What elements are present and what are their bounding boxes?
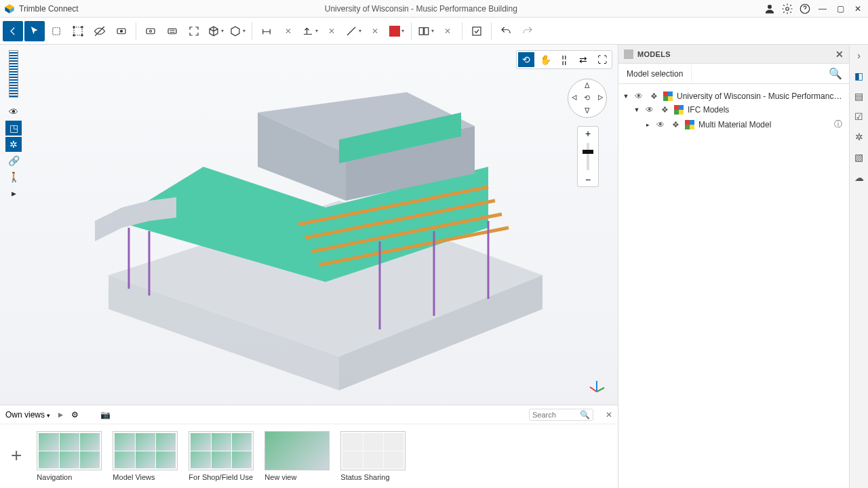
side-tab-strip: › ◧ ▤ ☑ ✲ ▧ ☁	[849, 45, 868, 488]
person-icon[interactable]: 🚶	[5, 169, 22, 184]
sidetab-checklist-icon[interactable]: ☑	[852, 110, 866, 123]
todo-tool[interactable]	[467, 21, 487, 41]
svg-rect-15	[146, 28, 155, 34]
render-style-dropdown[interactable]	[205, 21, 226, 41]
eye-icon[interactable]: 👁	[633, 92, 644, 101]
view-card-navigation[interactable]: Navigation	[37, 431, 102, 481]
measure-clear[interactable]: ✕	[278, 21, 298, 41]
view-card-label: Model Views	[113, 473, 178, 481]
model-icon	[674, 105, 684, 115]
svg-line-43	[597, 388, 604, 392]
orbit-up-icon[interactable]: ᐃ	[585, 81, 590, 90]
pointer-tool[interactable]	[24, 21, 45, 41]
tree-toggle-icon[interactable]: ▼	[633, 106, 640, 113]
clip-plane-dropdown[interactable]	[300, 21, 320, 41]
clip-plane-clear[interactable]: ✕	[321, 21, 342, 41]
markup-clear[interactable]: ✕	[365, 21, 385, 41]
search-icon[interactable]: 🔍	[580, 410, 590, 420]
tab-model-selection[interactable]: Model selection	[618, 65, 692, 83]
info-icon[interactable]: ⓘ	[834, 119, 845, 130]
box-icon[interactable]: ◳	[5, 121, 22, 136]
zoom-in-button[interactable]: +	[578, 127, 598, 140]
ghost-dropdown[interactable]	[227, 21, 248, 41]
tree-toggle-icon[interactable]: ▸	[644, 121, 651, 128]
layers-icon[interactable]: ❖	[670, 120, 681, 129]
tree-item[interactable]: ▸ 👁 ❖ Multi Material Model ⓘ	[621, 117, 846, 132]
visibility-icon[interactable]: 👁	[5, 104, 22, 119]
tree-toggle-icon[interactable]: ▼	[623, 93, 629, 100]
orbit-center-icon[interactable]: ⟲	[584, 94, 590, 102]
view-card-new-view[interactable]: New view	[264, 431, 330, 481]
orbit-right-icon[interactable]: ᐅ	[597, 94, 603, 102]
hide-tool[interactable]	[90, 21, 110, 41]
snapshot-icon[interactable]: 📷	[100, 410, 111, 420]
3d-viewport[interactable]: 👁 ◳ ✲ 🔗 🚶 ▸ ⟲ ✋ ¦¦ ⇄ ⛶ ᐃ ᐊ⟲ᐅ ᐁ +	[0, 45, 618, 405]
orbit-left-icon[interactable]: ᐊ	[572, 94, 577, 102]
box-select-tool[interactable]	[46, 21, 66, 41]
orbit-widget[interactable]: ᐃ ᐊ⟲ᐅ ᐁ	[568, 79, 607, 118]
compare-clear[interactable]: ✕	[437, 21, 458, 41]
views-close-icon[interactable]: ✕	[606, 410, 612, 420]
transparency-slider[interactable]	[9, 50, 18, 98]
zoom-slider[interactable]	[587, 143, 589, 170]
view-card-model-views[interactable]: Model Views	[113, 431, 178, 481]
pan-mode[interactable]: ✋	[537, 52, 553, 67]
walk-mode[interactable]: ¦¦	[556, 52, 572, 67]
look-around-mode[interactable]: ⇄	[575, 52, 591, 67]
sidetab-models-icon[interactable]: ◧	[852, 69, 866, 83]
sidetab-settings-icon[interactable]: ✲	[852, 130, 866, 144]
maximize-icon[interactable]: ▢	[834, 3, 846, 15]
views-bar: Own views ► ⚙ 📷 🔍 ✕ + Navigation	[0, 405, 618, 488]
settings-icon[interactable]	[781, 3, 793, 15]
markup-line-dropdown[interactable]	[343, 21, 363, 41]
color-swatch-dropdown[interactable]	[387, 21, 407, 41]
eye-icon[interactable]: 👁	[655, 120, 666, 129]
tree-group[interactable]: ▼ 👁 ❖ IFC Models	[621, 103, 846, 117]
svg-rect-19	[425, 27, 429, 35]
link-icon[interactable]: 🔗	[5, 153, 22, 168]
svg-rect-20	[473, 27, 481, 35]
panel-close-icon[interactable]: ✕	[835, 49, 844, 60]
views-filter-dropdown[interactable]: Own views	[5, 410, 50, 420]
red-swatch-icon	[389, 26, 400, 37]
redo-button[interactable]	[517, 21, 538, 41]
layers-icon[interactable]: ❖	[659, 105, 670, 115]
orbit-mode[interactable]: ⟲	[518, 52, 534, 67]
view-card-shop-field[interactable]: For Shop/Field Use	[189, 431, 254, 481]
add-view-button[interactable]: +	[7, 431, 26, 480]
fullscreen-mode[interactable]: ⛶	[594, 52, 610, 67]
play-icon[interactable]: ▸	[5, 186, 22, 201]
svg-rect-17	[168, 28, 176, 34]
minimize-icon[interactable]: —	[816, 3, 829, 15]
user-icon[interactable]	[764, 3, 776, 15]
play-views-icon[interactable]: ►	[57, 410, 65, 420]
lasso-select-tool[interactable]	[68, 21, 88, 41]
views-search-input[interactable]	[532, 411, 580, 419]
layers-icon[interactable]: ❖	[648, 92, 659, 101]
compare-dropdown[interactable]	[416, 21, 436, 41]
gear-icon[interactable]: ✲	[5, 137, 22, 152]
fit-view[interactable]	[184, 21, 204, 41]
view-mode-1[interactable]	[140, 21, 161, 41]
svg-point-9	[81, 26, 83, 27]
undo-button[interactable]	[496, 21, 516, 41]
view-card-status-sharing[interactable]: Status Sharing	[340, 431, 406, 481]
show-only-tool[interactable]	[111, 21, 132, 41]
zoom-out-button[interactable]: −	[578, 173, 598, 186]
sidetab-cloud-icon[interactable]: ☁	[852, 171, 866, 184]
orbit-down-icon[interactable]: ᐁ	[585, 106, 590, 115]
view-mode-2[interactable]	[162, 21, 182, 41]
back-button[interactable]	[3, 21, 23, 41]
panel-search-icon[interactable]: 🔍	[822, 67, 849, 80]
views-settings-icon[interactable]: ⚙	[71, 410, 79, 420]
eye-icon[interactable]: 👁	[644, 105, 655, 115]
model-icon	[685, 120, 694, 129]
close-icon[interactable]: ✕	[852, 3, 864, 15]
sidetab-image-icon[interactable]: ▧	[852, 150, 866, 164]
tree-root[interactable]: ▼ 👁 ❖ University of Wisconsin - Music Pe…	[621, 89, 846, 103]
sidetab-todos-icon[interactable]: ▤	[852, 89, 866, 103]
measure-tool[interactable]	[256, 21, 277, 41]
help-icon[interactable]	[799, 3, 811, 15]
views-search[interactable]: 🔍	[529, 409, 593, 421]
sidetab-expand-icon[interactable]: ›	[852, 49, 866, 62]
